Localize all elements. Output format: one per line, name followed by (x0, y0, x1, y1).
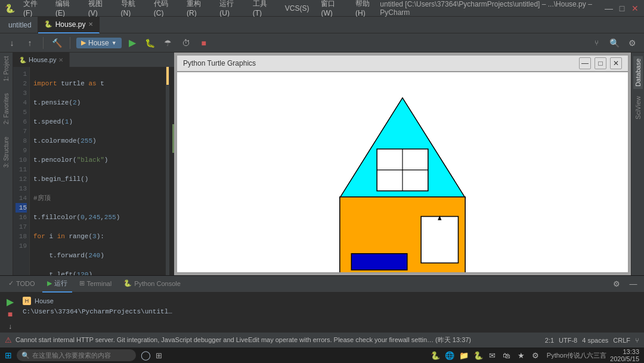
status-bar: ⚠ Cannot start internal HTTP server. Git… (0, 332, 644, 347)
profile-button[interactable]: ⏱ (179, 36, 193, 50)
cursor-position: 2:1 (545, 337, 554, 344)
house-py-icon: 🐍 (44, 20, 52, 28)
taskbar-pycharm-icon[interactable]: 🐍 (430, 350, 441, 361)
tab-run[interactable]: ▶ 运行 (42, 276, 72, 293)
run-button[interactable]: ▶ (125, 36, 140, 50)
code-editor[interactable]: import turtle as t t.pensize(2) t.speed(… (30, 67, 166, 275)
tab-python-console[interactable]: 🐍 Python Console (119, 276, 185, 293)
taskbar-icon-cortana[interactable]: ◯ (141, 350, 151, 361)
editor-file-icon: 🐍 (19, 57, 26, 63)
git-update-button[interactable]: ↓ (5, 36, 19, 50)
run-panel: ✓ TODO ▶ 运行 ⊞ Terminal 🐍 Python Console … (0, 275, 644, 332)
menu-vcs[interactable]: VCS(S) (281, 3, 313, 14)
toolbar-separator-2 (70, 37, 70, 49)
app-wrapper: 🐍 文件(F) 编辑(E) 视图(V) 导航(N) 代码(C) 重构(R) 运行… (0, 0, 644, 363)
editor-content: 12345 678910 11121314 15 16171819 import… (13, 67, 174, 275)
taskbar-search-box[interactable]: 🔍 在这里输入你要搜索的内容 (17, 349, 136, 361)
menu-refactor[interactable]: 重构(R) (183, 0, 211, 19)
line-numbers: 12345 678910 11121314 15 16171819 (13, 67, 30, 275)
content-area: 1: Project 2: Favorites 3: Structure 🐍 H… (0, 53, 644, 275)
menu-tools[interactable]: 工具(T) (249, 0, 277, 19)
run-rerun-button[interactable]: ▶ (5, 296, 16, 307)
run-panel-settings-button[interactable]: ⚙ (609, 277, 624, 291)
encoding-label: UTF-8 (559, 337, 577, 344)
taskbar-store-icon[interactable]: 🛍 (501, 350, 512, 361)
menu-code[interactable]: 代码(C) (150, 0, 178, 19)
house-door (421, 217, 458, 263)
maximize-button[interactable]: □ (618, 4, 626, 13)
sidebar-item-project[interactable]: 1: Project (3, 56, 10, 81)
terminal-tab-label: Terminal (87, 280, 112, 287)
menu-file[interactable]: 文件(F) (20, 0, 47, 19)
left-panel-tabs: 1: Project 2: Favorites 3: Structure (0, 53, 13, 275)
editor-scroll-thumb (166, 67, 169, 85)
taskbar-date-label: 2020/5/15 (610, 355, 639, 362)
editor-filename: House.py (29, 56, 56, 63)
windows-start-icon[interactable]: ⊞ (5, 350, 12, 360)
sidebar-item-structure[interactable]: 3: Structure (3, 137, 10, 168)
taskbar-mail-icon[interactable]: ✉ (487, 350, 498, 361)
stop-button[interactable]: ■ (197, 36, 211, 50)
run-config-label: House (88, 39, 109, 47)
turtle-minimize-button[interactable]: — (579, 57, 591, 69)
search-icon: 🔍 (21, 352, 30, 359)
spaces-label: 4 spaces (582, 337, 608, 344)
menu-view[interactable]: 视图(V) (85, 0, 113, 19)
editor-file-tab[interactable]: 🐍 House.py ✕ (13, 53, 70, 67)
turtle-canvas (177, 72, 628, 273)
tab-todo[interactable]: ✓ TODO (4, 276, 40, 293)
tab-untitled[interactable]: untitled (2, 17, 38, 33)
minimize-button[interactable]: — (605, 4, 613, 13)
menu-run[interactable]: 运行(U) (216, 0, 244, 19)
title-bar-right: — □ ✕ (605, 4, 639, 13)
python-console-tab-icon: 🐍 (123, 279, 132, 287)
sidebar-item-sciview[interactable]: SciView (633, 94, 643, 122)
taskbar-extra-icon[interactable]: ⚙ (530, 350, 541, 361)
run-config-group[interactable]: ▶ House ▼ (76, 38, 122, 48)
search-placeholder: 在这里输入你要搜索的内容 (32, 351, 111, 360)
todo-tab-label: TODO (16, 280, 35, 287)
git-toolbar-icon[interactable]: ⑂ (589, 36, 603, 50)
run-panel-close-button[interactable]: — (626, 277, 640, 291)
run-tab-label: 运行 (54, 279, 67, 288)
turtle-maximize-button[interactable]: □ (595, 57, 606, 69)
tab-house-py[interactable]: 🐍 House.py ✕ (38, 17, 100, 33)
menu-window[interactable]: 窗口(W) (317, 0, 347, 19)
turtle-close-button[interactable]: ✕ (610, 57, 622, 69)
taskbar-python-icon[interactable]: 🐍 (473, 350, 484, 361)
taskbar-icon-task[interactable]: ⊞ (156, 351, 162, 360)
terminal-tab-icon: ⊞ (79, 279, 85, 287)
menu-help[interactable]: 帮助(H) (352, 0, 380, 19)
build-button[interactable]: 🔨 (49, 36, 64, 50)
sidebar-item-favorites[interactable]: 2: Favorites (3, 93, 10, 124)
run-scroll-button[interactable]: ↓ (5, 321, 16, 332)
house-basement (351, 254, 407, 270)
editor-close-icon[interactable]: ✕ (58, 57, 63, 63)
turtle-titlebar: Python Turtle Graphics — □ ✕ (177, 55, 628, 72)
house-py-close-icon[interactable]: ✕ (88, 21, 93, 27)
editor-area: 🐍 House.py ✕ 12345 678910 11121314 15 16… (13, 53, 174, 275)
settings-icon[interactable]: ⚙ (625, 36, 639, 50)
status-error-text: Cannot start internal HTTP server. Git i… (16, 336, 541, 344)
run-panel-settings: ⚙ — (609, 277, 640, 291)
taskbar-chrome-icon[interactable]: 🌐 (444, 350, 455, 361)
taskbar-clock: 13:33 2020/5/15 (610, 348, 639, 362)
menu-edit[interactable]: 编辑(E) (52, 0, 80, 19)
git-branch-icon: ⑂ (635, 337, 639, 344)
menu-navigate[interactable]: 导航(N) (117, 0, 145, 19)
taskbar: ⊞ 🔍 在这里输入你要搜索的内容 ◯ ⊞ 🐍 🌐 📁 🐍 ✉ 🛍 ★ ⚙ Pyt… (0, 347, 644, 363)
run-content: ▶ ■ ↓ H House C:\Users\37364\PycharmProj… (0, 293, 644, 334)
close-button[interactable]: ✕ (631, 4, 639, 13)
house-drawing (177, 72, 628, 272)
toolbar: ↓ ↑ 🔨 ▶ House ▼ ▶ 🐛 ☂ ⏱ ■ ⑂ 🔍 ⚙ (0, 33, 644, 53)
taskbar-misc-icon[interactable]: ★ (516, 350, 527, 361)
tab-terminal[interactable]: ⊞ Terminal (75, 276, 117, 293)
search-everywhere-icon[interactable]: 🔍 (607, 36, 621, 50)
taskbar-explorer-icon[interactable]: 📁 (459, 350, 469, 361)
run-stop-button[interactable]: ■ (5, 309, 16, 319)
coverage-button[interactable]: ☂ (161, 36, 175, 50)
house-py-tab-label: House.py (55, 20, 86, 29)
debug-button[interactable]: 🐛 (143, 36, 157, 50)
git-push-button[interactable]: ↑ (23, 36, 37, 50)
sidebar-item-database[interactable]: Database (633, 56, 643, 89)
